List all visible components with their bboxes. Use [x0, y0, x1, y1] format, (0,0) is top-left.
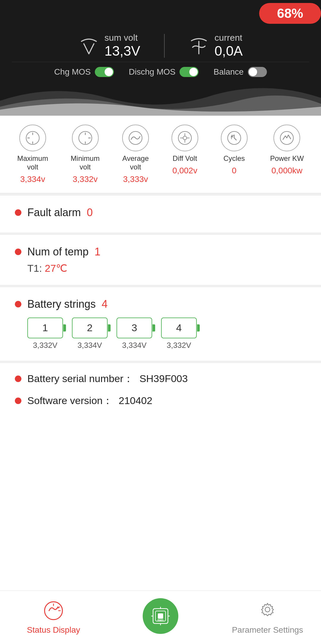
status-display-label: Status Display — [27, 625, 80, 635]
fault-alarm-value: 0 — [87, 206, 93, 219]
power-kw-icon — [273, 125, 300, 151]
cell-2-voltage: 3,334V — [78, 341, 102, 350]
average-volt-value: 3,333v — [123, 175, 148, 184]
cell-2: 2 3,334V — [72, 318, 108, 350]
serial-value: SH39F003 — [139, 373, 188, 384]
cell-4-voltage: 3,332V — [167, 341, 191, 350]
average-volt-label: Averagevolt — [122, 154, 149, 172]
cell-2-number: 2 — [87, 322, 93, 334]
cell-4-number: 4 — [176, 322, 182, 334]
minimum-volt-label: Minimumvolt — [71, 154, 100, 172]
nav-parameter-settings[interactable]: Parameter Settings — [214, 600, 321, 635]
stats-grid: Maximumvolt 3,334v Minimumvolt 3,332v — [0, 122, 321, 187]
minimum-volt-value: 3,332v — [73, 175, 97, 184]
fault-alarm-label: Fault alarm — [27, 206, 81, 219]
cell-1-voltage: 3,332V — [33, 341, 57, 350]
sum-volt-item: sum volt 13,3V — [78, 33, 140, 59]
battery-strings-section: Battery strings 4 1 3,332V 2 3,334V 3 3,… — [0, 285, 321, 361]
power-kw-value: 0,000kw — [271, 166, 302, 175]
stat-average-volt[interactable]: Averagevolt 3,333v — [122, 125, 149, 184]
dischg-mos-knob — [189, 68, 198, 76]
bms-center-button[interactable]: BMS — [143, 598, 178, 634]
chg-mos-toggle: Chg MOS — [54, 67, 114, 77]
diff-volt-value: 0,002v — [172, 166, 197, 175]
version-dot — [15, 398, 21, 404]
svg-point-30 — [265, 607, 270, 612]
cell-3: 3 3,334V — [117, 318, 152, 350]
stat-maximum-volt[interactable]: Maximumvolt 3,334v — [17, 125, 48, 184]
maximum-volt-value: 3,334v — [20, 175, 45, 184]
cell-2-box: 2 — [72, 318, 108, 338]
battery-percentage: 68% — [259, 3, 321, 24]
serial-dot — [15, 376, 21, 382]
balance-toggle: Balance — [213, 67, 267, 77]
nav-bms-center[interactable]: BMS — [107, 598, 214, 637]
metric-divider — [164, 34, 165, 58]
wave-decoration — [0, 83, 321, 116]
temperature-value: 1 — [95, 246, 100, 258]
temperature-row: Num of temp 1 — [15, 246, 306, 258]
chg-mos-label: Chg MOS — [54, 67, 91, 77]
svg-point-11 — [183, 136, 187, 140]
version-label: Software version： — [27, 394, 113, 408]
cell-4-box: 4 — [161, 318, 197, 338]
fault-alarm-row: Fault alarm 0 — [15, 206, 306, 219]
current-value: 0,0A — [215, 43, 243, 59]
serial-section: Battery serial number： SH39F003 Software… — [0, 361, 321, 425]
power-kw-label: Power KW — [270, 154, 304, 163]
volt-icon — [78, 35, 99, 56]
current-icon — [188, 35, 209, 56]
stat-power-kw[interactable]: Power KW 0,000kw — [270, 125, 304, 175]
cell-3-number: 3 — [132, 322, 137, 334]
battery-strings-dot — [15, 301, 21, 307]
battery-strings-value: 4 — [102, 298, 108, 310]
temperature-section: Num of temp 1 T1: 27℃ — [0, 233, 321, 285]
parameter-settings-label: Parameter Settings — [232, 625, 303, 635]
t1-value: 27℃ — [45, 263, 67, 274]
balance-knob — [249, 68, 257, 76]
serial-number-row: Battery serial number： SH39F003 — [15, 372, 306, 386]
cell-1-number: 1 — [43, 322, 48, 334]
current-label: current — [215, 33, 243, 43]
bottom-nav: Status Display BMS Parameter Settings — [0, 590, 321, 644]
stat-cycles[interactable]: Cycles 0 — [221, 125, 248, 175]
svg-rect-24 — [158, 613, 163, 619]
balance-switch[interactable] — [248, 67, 267, 77]
dischg-mos-switch[interactable] — [180, 67, 199, 77]
nav-status-display[interactable]: Status Display — [0, 600, 107, 635]
balance-label: Balance — [213, 67, 243, 77]
fault-alarm-section: Fault alarm 0 — [0, 193, 321, 233]
stat-minimum-volt[interactable]: Minimumvolt 3,332v — [71, 125, 100, 184]
stats-section: Maximumvolt 3,334v Minimumvolt 3,332v — [0, 116, 321, 193]
cell-1-box: 1 — [27, 318, 63, 338]
temperature-label: Num of temp — [27, 246, 89, 258]
diff-volt-label: Diff Volt — [173, 154, 197, 163]
t1-label: T1: — [27, 263, 42, 274]
cell-4: 4 3,332V — [161, 318, 197, 350]
cell-3-voltage: 3,334V — [122, 341, 147, 350]
minimum-volt-icon — [72, 125, 99, 151]
status-display-icon — [43, 600, 64, 622]
sum-volt-text: sum volt 13,3V — [105, 33, 140, 59]
chg-mos-switch[interactable] — [95, 67, 114, 77]
battery-strings-row: Battery strings 4 — [15, 298, 306, 310]
current-text: current 0,0A — [215, 33, 243, 59]
stat-diff-volt[interactable]: Diff Volt 0,002v — [171, 125, 198, 175]
average-volt-icon — [122, 125, 149, 151]
maximum-volt-icon — [19, 125, 46, 151]
svg-text:BMS: BMS — [158, 619, 163, 622]
metrics-row: sum volt 13,3V current 0,0A — [0, 24, 321, 62]
parameter-settings-icon — [257, 600, 278, 622]
dischg-mos-toggle: Dischg MOS — [129, 67, 199, 77]
cycles-icon — [221, 125, 248, 151]
toggle-row: Chg MOS Dischg MOS Balance — [12, 62, 309, 83]
version-value: 210402 — [119, 395, 152, 406]
current-item: current 0,0A — [188, 33, 243, 59]
page-spacer — [0, 425, 321, 484]
cycles-label: Cycles — [224, 154, 245, 163]
dischg-mos-label: Dischg MOS — [129, 67, 175, 77]
software-version-row: Software version： 210402 — [15, 394, 306, 408]
cell-1: 1 3,332V — [27, 318, 63, 350]
maximum-volt-label: Maximumvolt — [17, 154, 48, 172]
serial-label: Battery serial number： — [27, 372, 133, 386]
